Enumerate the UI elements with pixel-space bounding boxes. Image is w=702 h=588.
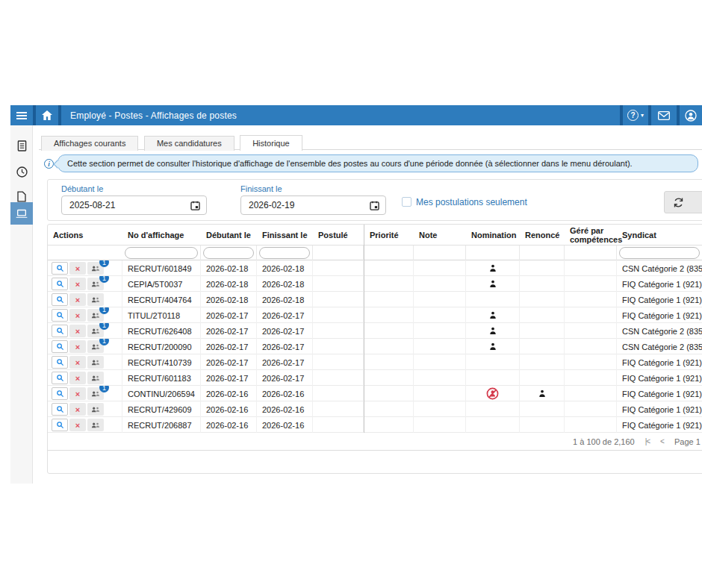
remove-posting-button[interactable]: × [69, 278, 86, 290]
cell-debutant: 2026-02-17 [201, 323, 257, 339]
candidates-button[interactable]: 1 [87, 262, 104, 275]
col-postule[interactable]: Postulé [313, 231, 364, 240]
view-posting-button[interactable] [52, 262, 68, 275]
end-date-input[interactable]: 2026-02-19 [240, 196, 386, 215]
candidates-button[interactable] [87, 419, 104, 431]
view-posting-button[interactable] [52, 419, 68, 431]
cell-gere-competences [565, 386, 617, 401]
search-icon [56, 295, 64, 304]
view-posting-button[interactable] [52, 325, 68, 337]
view-posting-button[interactable] [52, 278, 68, 290]
filter-no-affichage-input[interactable] [125, 247, 198, 259]
cell-nomination [466, 370, 520, 386]
help-menu-button[interactable]: ? ▾ [623, 105, 648, 125]
cell-postule [313, 354, 364, 370]
user-account-button[interactable] [680, 105, 702, 125]
sidebar-item-documents[interactable] [10, 134, 33, 157]
cell-finissant: 2026-02-17 [257, 339, 313, 354]
cell-postule [313, 260, 364, 276]
cell-renonce [520, 339, 565, 354]
candidates-button[interactable] [87, 293, 104, 306]
cell-nomination [466, 260, 520, 276]
blank-page-icon [17, 191, 26, 202]
remove-posting-button[interactable]: × [69, 309, 86, 322]
messages-button[interactable] [651, 105, 677, 125]
candidates-button[interactable]: 1 [87, 387, 104, 400]
first-page-icon[interactable]: |< [645, 437, 650, 445]
remove-posting-button[interactable]: × [69, 356, 86, 369]
cell-gere-competences [565, 370, 617, 386]
cell-finissant: 2026-02-17 [257, 354, 313, 370]
cell-priorite [364, 307, 414, 323]
view-posting-button[interactable] [52, 309, 68, 322]
col-gere-competences[interactable]: Géré par compétences [565, 226, 617, 244]
table-header-row: Actions No d'affichage Débutant le Finis… [48, 225, 702, 245]
people-group-icon [91, 312, 100, 319]
sidebar-item-postings[interactable] [10, 202, 33, 225]
remove-posting-button[interactable]: × [69, 387, 86, 400]
cell-postule [313, 417, 364, 433]
tab-historique[interactable]: Historique [240, 135, 302, 151]
cell-renonce [520, 292, 565, 307]
view-posting-button[interactable] [52, 293, 68, 306]
cell-priorite [364, 417, 414, 433]
remove-posting-button[interactable]: × [69, 419, 86, 431]
candidates-button[interactable] [87, 403, 104, 416]
start-date-input[interactable]: 2025-08-21 [61, 196, 207, 215]
col-priorite[interactable]: Priorité [364, 225, 414, 245]
candidates-button[interactable]: 1 [87, 309, 104, 322]
col-no-affichage[interactable]: No d'affichage [122, 231, 201, 240]
remove-posting-button[interactable]: × [69, 325, 86, 337]
view-posting-button[interactable] [52, 387, 68, 400]
tab-affichages-courants[interactable]: Affichages courants [41, 136, 138, 151]
cell-no-affichage: RECRUT/404764 [122, 292, 201, 307]
cell-no-affichage: TITUL/2T0118 [122, 307, 201, 323]
remove-posting-button[interactable]: × [69, 340, 86, 353]
view-posting-button[interactable] [52, 403, 68, 416]
prev-page-icon[interactable]: < [660, 437, 664, 445]
candidates-button[interactable]: 1 [87, 340, 104, 353]
view-posting-button[interactable] [52, 372, 68, 384]
candidates-button[interactable] [87, 356, 104, 369]
candidates-button[interactable]: 1 [87, 325, 104, 337]
start-date-value: 2025-08-21 [69, 200, 190, 210]
col-renonce[interactable]: Renoncé [520, 231, 565, 240]
pagination-bar: 1 à 100 de 2,160 |< < Page 1 d [48, 433, 702, 451]
candidates-button[interactable]: 1 [87, 278, 104, 290]
col-debutant[interactable]: Débutant le [201, 231, 257, 240]
view-posting-button[interactable] [52, 356, 68, 369]
filter-syndicat-input[interactable] [619, 247, 700, 259]
col-finissant[interactable]: Finissant le [257, 231, 313, 240]
cell-nomination [466, 276, 520, 292]
table-row: × 1 RECRUT/601849 2026-02-18 2026-02-18 [48, 260, 702, 276]
candidate-count-badge: 1 [99, 307, 109, 314]
remove-posting-button[interactable]: × [69, 403, 86, 416]
col-syndicat[interactable]: Syndicat [617, 231, 702, 240]
hamburger-menu-icon[interactable] [10, 105, 33, 125]
view-posting-button[interactable] [52, 340, 68, 353]
cell-finissant: 2026-02-18 [257, 276, 313, 292]
filter-debutant-input[interactable] [203, 247, 254, 259]
home-icon[interactable] [36, 105, 58, 125]
cell-note [414, 417, 466, 433]
refresh-button[interactable] [664, 191, 702, 213]
remove-posting-button[interactable]: × [69, 293, 86, 306]
cell-syndicat: FIQ Catégorie 1 (921) [617, 370, 702, 386]
filter-finissant-input[interactable] [259, 247, 310, 259]
candidate-count-badge: 1 [99, 260, 109, 267]
search-icon [56, 405, 64, 413]
cell-debutant: 2026-02-18 [201, 276, 257, 292]
my-postings-checkbox[interactable] [402, 197, 411, 207]
candidate-count-badge: 1 [99, 386, 109, 392]
search-icon [56, 343, 64, 351]
cell-nomination [466, 323, 520, 339]
col-note[interactable]: Note [414, 231, 466, 240]
cell-syndicat: CSN Catégorie 2 (835) [617, 260, 702, 276]
candidate-count-badge: 1 [99, 323, 109, 330]
sidebar-item-history[interactable] [10, 160, 33, 183]
remove-posting-button[interactable]: × [69, 372, 86, 384]
tab-mes-candidatures[interactable]: Mes candidatures [144, 136, 234, 151]
candidates-button[interactable] [87, 372, 104, 384]
col-nomination[interactable]: Nomination [466, 231, 520, 240]
remove-posting-button[interactable]: × [69, 262, 86, 275]
